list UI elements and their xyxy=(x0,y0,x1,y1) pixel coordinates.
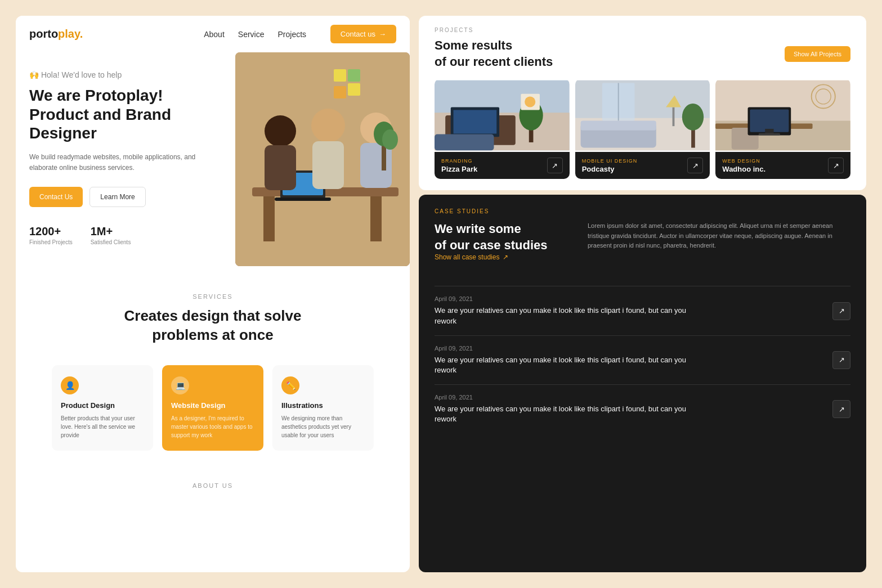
svg-point-19 xyxy=(382,129,398,150)
services-title: Creates design that solveproblems at onc… xyxy=(29,307,396,345)
hero-section: 🙌 Hola! We'd love to help We are Protopl… xyxy=(16,52,410,266)
project-name-3: Wadhoo inc. xyxy=(722,165,765,173)
svg-rect-15 xyxy=(334,86,346,98)
case-studies-list: April 09, 2021 We are your relatives can… xyxy=(435,286,850,433)
svg-rect-24 xyxy=(454,110,497,134)
case-studies-label: CASE STUDIES xyxy=(435,208,850,214)
hero-description: We build readymade websites, mobile appl… xyxy=(29,152,204,173)
stat-projects: 1200+ Finished Projects xyxy=(29,225,73,245)
project-info-2: MOBILE UI DESIGN Podcasty ↗ xyxy=(575,152,710,179)
projects-section: PROJECTS Some resultsof our recent clien… xyxy=(419,16,866,190)
case-item-1-arrow[interactable]: ↗ xyxy=(832,302,850,320)
svg-rect-10 xyxy=(312,141,344,189)
services-section: SERVICES Creates design that solveproble… xyxy=(16,266,410,469)
hero-greeting: 🙌 Hola! We'd love to help xyxy=(29,70,204,79)
case-item-3-date: April 09, 2021 xyxy=(435,394,705,401)
product-design-icon: 👤 xyxy=(61,376,79,394)
case-studies-section: CASE STUDIES We write someof our case st… xyxy=(419,195,866,572)
case-studies-header: We write someof our case studies Show al… xyxy=(435,221,850,272)
project-info-3: WEB DESIGN Wadhoo inc. ↗ xyxy=(715,152,850,179)
stat-clients: 1M+ Satisfied Clients xyxy=(91,225,131,245)
case-item-1-date: April 09, 2021 xyxy=(435,295,705,302)
navbar: portoplay. About Service Projects Contac… xyxy=(16,16,410,52)
nav-about[interactable]: About xyxy=(204,30,225,39)
project-category-2: MOBILE UI DESIGN xyxy=(582,158,638,164)
hero-stats: 1200+ Finished Projects 1M+ Satisfied Cl… xyxy=(29,225,204,245)
svg-rect-47 xyxy=(759,133,780,136)
about-us-label: ABOUT US xyxy=(16,469,410,502)
case-studies-title: We write someof our case studies xyxy=(435,221,570,253)
nav-contact-button[interactable]: Contact us xyxy=(330,25,396,43)
service-name-illustrations: Illustrations xyxy=(281,401,365,410)
hero-buttons: Contact Us Learn More xyxy=(29,187,204,207)
stat-clients-value: 1M+ xyxy=(91,225,131,238)
project-card-pizza-park[interactable]: BRANDING Pizza Park ↗ xyxy=(435,79,570,179)
case-item-1[interactable]: April 09, 2021 We are your relatives can… xyxy=(435,286,850,335)
svg-point-7 xyxy=(265,115,296,147)
show-all-case-studies-link[interactable]: Show all case studies ↗ xyxy=(435,253,570,261)
case-item-1-title: We are your relatives can you make it lo… xyxy=(435,306,705,326)
case-item-1-content: April 09, 2021 We are your relatives can… xyxy=(435,295,705,326)
service-card-illustrations[interactable]: ✏️ Illustrations We designing more than … xyxy=(272,365,374,451)
project-name-2: Podcasty xyxy=(582,165,638,173)
project-arrow-3[interactable]: ↗ xyxy=(828,158,844,173)
svg-rect-38 xyxy=(672,107,674,127)
case-studies-description: Lorem ipsum dolor sit amet, consectetur … xyxy=(588,221,850,272)
projects-header: Some resultsof our recent clients Show A… xyxy=(435,38,850,70)
stat-projects-label: Finished Projects xyxy=(29,239,73,245)
svg-rect-16 xyxy=(348,69,360,82)
svg-point-35 xyxy=(682,104,703,131)
project-card-podcasty[interactable]: MOBILE UI DESIGN Podcasty ↗ xyxy=(575,79,710,179)
project-arrow-1[interactable]: ↗ xyxy=(547,158,563,173)
svg-rect-8 xyxy=(265,145,296,190)
nav-service[interactable]: Service xyxy=(238,30,265,39)
services-label: SERVICES xyxy=(29,293,396,300)
service-desc-illustrations: We designing more than aesthetics produc… xyxy=(281,414,365,439)
service-name-website: Website Design xyxy=(171,401,254,410)
case-item-2-content: April 09, 2021 We are your relatives can… xyxy=(435,345,705,375)
case-item-3-arrow[interactable]: ↗ xyxy=(832,400,850,418)
project-image-3 xyxy=(715,79,850,152)
case-item-2-date: April 09, 2021 xyxy=(435,345,705,352)
learn-more-button[interactable]: Learn More xyxy=(89,187,145,207)
nav-projects[interactable]: Projects xyxy=(277,30,306,39)
svg-rect-45 xyxy=(750,110,789,132)
illustrations-icon: ✏️ xyxy=(281,376,299,394)
project-card-wadhoo[interactable]: WEB DESIGN Wadhoo inc. ↗ xyxy=(715,79,850,179)
case-item-3-title: We are your relatives can you make it lo… xyxy=(435,404,705,424)
website-design-icon: 💻 xyxy=(171,376,189,394)
services-grid: 👤 Product Design Better products that yo… xyxy=(29,365,396,451)
service-card-website[interactable]: 💻 Website Design As a designer, I'm requ… xyxy=(162,365,263,451)
svg-rect-13 xyxy=(334,69,346,82)
show-all-projects-button[interactable]: Show All Projects xyxy=(785,46,850,62)
left-panel: portoplay. About Service Projects Contac… xyxy=(16,16,410,572)
case-item-2-title: We are your relatives can you make it lo… xyxy=(435,355,705,375)
hero-image xyxy=(235,52,410,266)
case-item-2[interactable]: April 09, 2021 We are your relatives can… xyxy=(435,335,850,384)
projects-label: PROJECTS xyxy=(435,27,850,33)
service-name-product: Product Design xyxy=(61,401,144,410)
service-desc-website: As a designer, I'm required to master va… xyxy=(171,414,254,439)
service-card-product[interactable]: 👤 Product Design Better products that yo… xyxy=(52,365,153,451)
project-arrow-2[interactable]: ↗ xyxy=(687,158,703,173)
projects-grid: BRANDING Pizza Park ↗ xyxy=(435,79,850,179)
case-item-3-content: April 09, 2021 We are your relatives can… xyxy=(435,394,705,424)
project-image-1 xyxy=(435,79,570,152)
project-name-1: Pizza Park xyxy=(441,165,477,173)
service-desc-product: Better products that your user love. Her… xyxy=(61,414,144,439)
case-item-3[interactable]: April 09, 2021 We are your relatives can… xyxy=(435,384,850,433)
project-category-1: BRANDING xyxy=(441,158,477,164)
stat-projects-value: 1200+ xyxy=(29,225,73,238)
case-item-2-arrow[interactable]: ↗ xyxy=(832,351,850,369)
stat-clients-label: Satisfied Clients xyxy=(91,239,131,245)
svg-rect-2 xyxy=(263,196,275,241)
hero-content: 🙌 Hola! We'd love to help We are Protopl… xyxy=(29,52,204,266)
hero-title: We are Protoplay! Product and Brand Desi… xyxy=(29,86,204,143)
arrow-icon: ↗ xyxy=(503,253,508,261)
contact-us-button[interactable]: Contact Us xyxy=(29,187,83,207)
svg-rect-12 xyxy=(360,143,392,188)
project-category-3: WEB DESIGN xyxy=(722,158,765,164)
svg-rect-27 xyxy=(435,134,494,151)
svg-rect-6 xyxy=(275,198,331,201)
svg-point-9 xyxy=(311,109,345,142)
